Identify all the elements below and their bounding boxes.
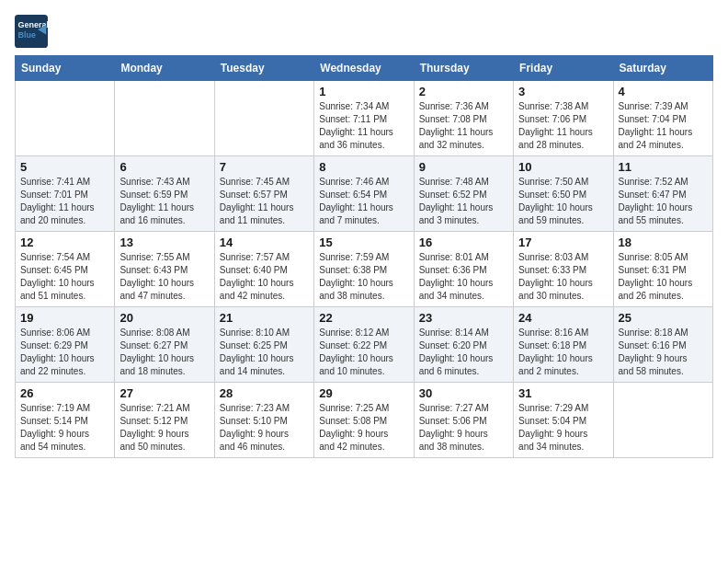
day-cell <box>115 81 214 156</box>
day-info: Sunrise: 7:43 AM Sunset: 6:59 PM Dayligh… <box>119 176 209 227</box>
weekday-header-wednesday: Wednesday <box>314 56 414 81</box>
day-number: 16 <box>419 236 508 249</box>
day-cell: 22Sunrise: 8:12 AM Sunset: 6:22 PM Dayli… <box>314 307 414 383</box>
weekday-header-thursday: Thursday <box>414 56 513 81</box>
day-number: 21 <box>220 311 309 325</box>
day-info: Sunrise: 7:46 AM Sunset: 6:54 PM Dayligh… <box>319 176 408 227</box>
day-info: Sunrise: 8:16 AM Sunset: 6:18 PM Dayligh… <box>518 327 608 378</box>
day-cell: 30Sunrise: 7:27 AM Sunset: 5:06 PM Dayli… <box>414 383 513 458</box>
day-info: Sunrise: 7:34 AM Sunset: 7:11 PM Dayligh… <box>319 100 408 152</box>
weekday-header-monday: Monday <box>115 56 214 81</box>
day-info: Sunrise: 7:21 AM Sunset: 5:12 PM Dayligh… <box>119 402 209 454</box>
day-cell: 18Sunrise: 8:05 AM Sunset: 6:31 PM Dayli… <box>613 232 712 307</box>
day-number: 15 <box>319 236 408 249</box>
day-number: 29 <box>319 386 408 400</box>
day-number: 28 <box>220 386 309 400</box>
day-number: 20 <box>119 311 209 325</box>
day-info: Sunrise: 7:27 AM Sunset: 5:06 PM Dayligh… <box>419 402 508 454</box>
week-row-2: 5Sunrise: 7:41 AM Sunset: 7:01 PM Daylig… <box>16 156 713 232</box>
calendar-table: SundayMondayTuesdayWednesdayThursdayFrid… <box>15 55 713 458</box>
day-cell: 20Sunrise: 8:08 AM Sunset: 6:27 PM Dayli… <box>115 307 214 383</box>
day-number: 2 <box>419 85 508 98</box>
day-cell <box>214 81 313 156</box>
day-info: Sunrise: 7:29 AM Sunset: 5:04 PM Dayligh… <box>518 402 608 454</box>
day-cell: 17Sunrise: 8:03 AM Sunset: 6:33 PM Dayli… <box>514 232 613 307</box>
day-cell: 31Sunrise: 7:29 AM Sunset: 5:04 PM Dayli… <box>514 383 613 458</box>
day-number: 14 <box>220 236 309 249</box>
day-info: Sunrise: 7:39 AM Sunset: 7:04 PM Dayligh… <box>619 100 708 152</box>
logo-icon: General Blue <box>15 15 48 48</box>
day-number: 6 <box>119 160 209 174</box>
day-info: Sunrise: 8:10 AM Sunset: 6:25 PM Dayligh… <box>220 327 309 378</box>
day-number: 27 <box>119 386 209 400</box>
week-row-3: 12Sunrise: 7:54 AM Sunset: 6:45 PM Dayli… <box>16 232 713 307</box>
day-info: Sunrise: 7:55 AM Sunset: 6:43 PM Dayligh… <box>119 251 209 303</box>
day-cell: 7Sunrise: 7:45 AM Sunset: 6:57 PM Daylig… <box>214 156 313 232</box>
day-cell: 13Sunrise: 7:55 AM Sunset: 6:43 PM Dayli… <box>115 232 214 307</box>
day-info: Sunrise: 8:12 AM Sunset: 6:22 PM Dayligh… <box>319 327 408 378</box>
day-number: 23 <box>419 311 508 325</box>
day-cell: 12Sunrise: 7:54 AM Sunset: 6:45 PM Dayli… <box>16 232 115 307</box>
calendar-header: SundayMondayTuesdayWednesdayThursdayFrid… <box>16 56 713 81</box>
day-cell: 10Sunrise: 7:50 AM Sunset: 6:50 PM Dayli… <box>514 156 613 232</box>
day-number: 22 <box>319 311 408 325</box>
day-info: Sunrise: 7:50 AM Sunset: 6:50 PM Dayligh… <box>518 176 608 227</box>
day-cell <box>16 81 115 156</box>
day-cell: 24Sunrise: 8:16 AM Sunset: 6:18 PM Dayli… <box>514 307 613 383</box>
weekday-header-sunday: Sunday <box>16 56 115 81</box>
day-info: Sunrise: 7:54 AM Sunset: 6:45 PM Dayligh… <box>20 251 109 303</box>
day-cell <box>613 383 712 458</box>
day-cell: 27Sunrise: 7:21 AM Sunset: 5:12 PM Dayli… <box>115 383 214 458</box>
day-cell: 5Sunrise: 7:41 AM Sunset: 7:01 PM Daylig… <box>16 156 115 232</box>
day-info: Sunrise: 8:01 AM Sunset: 6:36 PM Dayligh… <box>419 251 508 303</box>
svg-text:Blue: Blue <box>18 30 37 40</box>
day-number: 30 <box>419 386 508 400</box>
day-number: 17 <box>518 236 608 249</box>
day-number: 18 <box>619 236 708 249</box>
day-number: 13 <box>119 236 209 249</box>
day-info: Sunrise: 7:57 AM Sunset: 6:40 PM Dayligh… <box>220 251 309 303</box>
weekday-header-saturday: Saturday <box>613 56 712 81</box>
day-number: 3 <box>518 85 608 98</box>
day-number: 4 <box>619 85 708 98</box>
day-number: 31 <box>518 386 608 400</box>
day-cell: 15Sunrise: 7:59 AM Sunset: 6:38 PM Dayli… <box>314 232 414 307</box>
day-cell: 1Sunrise: 7:34 AM Sunset: 7:11 PM Daylig… <box>314 81 414 156</box>
week-row-5: 26Sunrise: 7:19 AM Sunset: 5:14 PM Dayli… <box>16 383 713 458</box>
day-cell: 23Sunrise: 8:14 AM Sunset: 6:20 PM Dayli… <box>414 307 513 383</box>
day-info: Sunrise: 7:52 AM Sunset: 6:47 PM Dayligh… <box>619 176 708 227</box>
weekday-header-tuesday: Tuesday <box>214 56 313 81</box>
day-info: Sunrise: 8:06 AM Sunset: 6:29 PM Dayligh… <box>20 327 109 378</box>
page-header: General Blue <box>15 15 713 48</box>
day-number: 24 <box>518 311 608 325</box>
day-cell: 19Sunrise: 8:06 AM Sunset: 6:29 PM Dayli… <box>16 307 115 383</box>
day-number: 10 <box>518 160 608 174</box>
day-number: 26 <box>20 386 109 400</box>
day-info: Sunrise: 7:59 AM Sunset: 6:38 PM Dayligh… <box>319 251 408 303</box>
week-row-1: 1Sunrise: 7:34 AM Sunset: 7:11 PM Daylig… <box>16 81 713 156</box>
weekday-header-friday: Friday <box>514 56 613 81</box>
day-info: Sunrise: 8:18 AM Sunset: 6:16 PM Dayligh… <box>619 327 708 378</box>
logo: General Blue <box>15 15 53 48</box>
day-info: Sunrise: 7:36 AM Sunset: 7:08 PM Dayligh… <box>419 100 508 152</box>
day-cell: 6Sunrise: 7:43 AM Sunset: 6:59 PM Daylig… <box>115 156 214 232</box>
day-cell: 8Sunrise: 7:46 AM Sunset: 6:54 PM Daylig… <box>314 156 414 232</box>
day-info: Sunrise: 8:05 AM Sunset: 6:31 PM Dayligh… <box>619 251 708 303</box>
calendar-body: 1Sunrise: 7:34 AM Sunset: 7:11 PM Daylig… <box>16 81 713 458</box>
day-number: 11 <box>619 160 708 174</box>
day-number: 7 <box>220 160 309 174</box>
day-number: 25 <box>619 311 708 325</box>
day-number: 1 <box>319 85 408 98</box>
header-row: SundayMondayTuesdayWednesdayThursdayFrid… <box>16 56 713 81</box>
day-info: Sunrise: 8:08 AM Sunset: 6:27 PM Dayligh… <box>119 327 209 378</box>
day-cell: 16Sunrise: 8:01 AM Sunset: 6:36 PM Dayli… <box>414 232 513 307</box>
day-cell: 14Sunrise: 7:57 AM Sunset: 6:40 PM Dayli… <box>214 232 313 307</box>
day-number: 8 <box>319 160 408 174</box>
day-cell: 3Sunrise: 7:38 AM Sunset: 7:06 PM Daylig… <box>514 81 613 156</box>
day-info: Sunrise: 7:41 AM Sunset: 7:01 PM Dayligh… <box>20 176 109 227</box>
day-number: 19 <box>20 311 109 325</box>
day-info: Sunrise: 7:45 AM Sunset: 6:57 PM Dayligh… <box>220 176 309 227</box>
day-cell: 28Sunrise: 7:23 AM Sunset: 5:10 PM Dayli… <box>214 383 313 458</box>
day-info: Sunrise: 8:14 AM Sunset: 6:20 PM Dayligh… <box>419 327 508 378</box>
day-cell: 9Sunrise: 7:48 AM Sunset: 6:52 PM Daylig… <box>414 156 513 232</box>
